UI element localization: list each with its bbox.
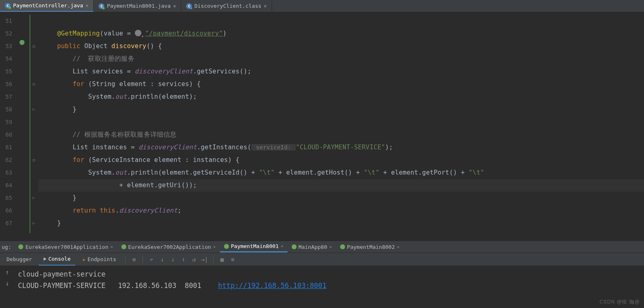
endpoints-tab[interactable]: ✦Endpoints <box>77 253 121 266</box>
close-icon[interactable]: × <box>397 244 400 250</box>
globe-icon[interactable] <box>135 30 141 36</box>
force-step-into-button[interactable]: ⇓ <box>168 255 177 264</box>
close-icon[interactable]: × <box>86 3 88 9</box>
tab-label: DiscoveryClient.class <box>194 3 261 9</box>
run-tab-label: EurekaSever7002Application <box>128 244 211 250</box>
close-icon[interactable]: × <box>213 244 216 250</box>
close-icon[interactable]: × <box>264 3 267 9</box>
change-marker <box>29 12 33 241</box>
console-tab[interactable]: Console <box>39 253 76 266</box>
console-output[interactable]: cloud-payment-service CLOUD-PAYMENT-SERV… <box>15 266 644 308</box>
scroll-down-icon[interactable]: ↓ <box>5 279 9 287</box>
step-out-button[interactable]: ↑ <box>179 255 188 264</box>
run-icon <box>18 244 23 249</box>
run-icon <box>340 244 345 249</box>
file-icon: c <box>186 3 192 9</box>
play-icon <box>44 257 46 261</box>
debug-label: ug: <box>0 244 14 250</box>
debugger-tab[interactable]: Debugger <box>2 253 37 266</box>
console-panel: ↑ ↓ cloud-payment-service CLOUD-PAYMENT-… <box>0 266 644 308</box>
run-icon <box>292 244 297 249</box>
step-over-button[interactable]: ↶ <box>147 255 156 264</box>
settings-button[interactable]: ≋ <box>228 255 237 264</box>
debug-toolbar: Debugger Console ✦Endpoints ≡ ↶ ↓ ⇓ ↑ ↺ … <box>0 253 644 266</box>
run-config-tab[interactable]: MainApp80× <box>288 241 336 253</box>
run-config-tab[interactable]: PaymentMain8002× <box>336 241 404 253</box>
code-area[interactable]: @GetMapping(value = "/payment/discovery"… <box>38 12 644 241</box>
editor-tabs: cPaymentController.java×cPaymentMain8001… <box>0 0 644 12</box>
watermark: CSDN @怪 咖@ <box>600 299 640 306</box>
fold-end[interactable]: ⊢ <box>33 103 38 116</box>
step-into-button[interactable]: ↓ <box>158 255 167 264</box>
fold-gutter: ⊟ ⊟ ⊢ ⊟ ⊢ ⊢ <box>33 12 38 241</box>
run-to-cursor-button[interactable]: →| <box>200 255 209 264</box>
run-configurations-bar: ug: EurekaSever7001Application×EurekaSev… <box>0 241 644 253</box>
console-link[interactable]: http://192.168.56.103:8001 <box>218 281 326 290</box>
run-config-tab[interactable]: EurekaSever7002Application× <box>117 241 220 253</box>
flame-icon: ✦ <box>82 256 85 263</box>
gutter-icons <box>16 12 29 241</box>
run-icon <box>121 244 126 249</box>
layout-button[interactable]: ≡ <box>130 255 138 264</box>
fold-toggle[interactable]: ⊟ <box>33 78 38 91</box>
console-side-toolbar: ↑ ↓ <box>0 266 15 308</box>
run-tab-label: PaymentMain8001 <box>231 243 279 249</box>
file-icon: c <box>99 3 104 9</box>
fold-end[interactable]: ⊢ <box>33 192 38 204</box>
editor-tab[interactable]: cDiscoveryClient.class× <box>181 0 272 12</box>
line-number-gutter: 5152535455565758596061626364656667 <box>0 12 16 241</box>
close-icon[interactable]: × <box>173 3 176 9</box>
editor-tab[interactable]: cPaymentController.java× <box>0 0 94 12</box>
fold-toggle[interactable]: ⊟ <box>33 40 38 53</box>
run-tab-label: PaymentMain8002 <box>347 244 395 250</box>
fold-end[interactable]: ⊢ <box>33 217 38 230</box>
evaluate-button[interactable]: ▦ <box>218 255 226 264</box>
run-config-tab[interactable]: EurekaSever7001Application× <box>14 241 117 253</box>
run-config-tab[interactable]: PaymentMain8001× <box>220 241 288 253</box>
editor: 5152535455565758596061626364656667 ⊟ ⊟ ⊢… <box>0 12 644 241</box>
close-icon[interactable]: × <box>281 244 284 249</box>
tab-label: PaymentMain8001.java <box>107 3 171 9</box>
run-icon <box>224 244 229 249</box>
drop-frame-button[interactable]: ↺ <box>189 255 198 264</box>
close-icon[interactable]: × <box>329 244 332 250</box>
run-tab-label: MainApp80 <box>299 244 327 250</box>
spring-run-icon[interactable] <box>19 39 25 46</box>
fold-toggle[interactable]: ⊟ <box>33 154 38 166</box>
file-icon: c <box>5 3 11 9</box>
scroll-up-icon[interactable]: ↑ <box>5 268 9 276</box>
close-icon[interactable]: × <box>110 244 113 250</box>
run-tab-label: EurekaSever7001Application <box>25 244 108 250</box>
editor-tab[interactable]: cPaymentMain8001.java× <box>94 0 181 12</box>
tab-label: PaymentController.java <box>13 2 83 9</box>
